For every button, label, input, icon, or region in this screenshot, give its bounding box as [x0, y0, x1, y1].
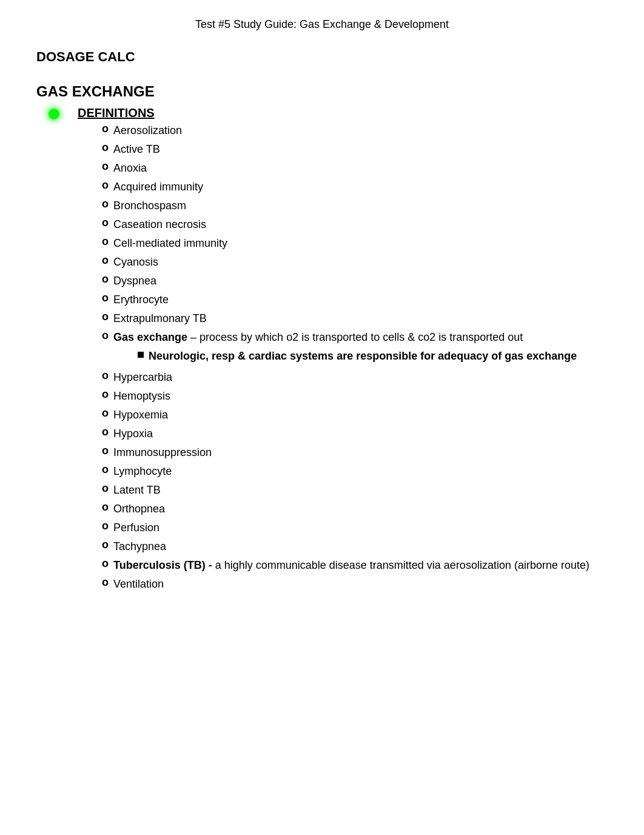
o-bullet-icon: o: [102, 122, 109, 135]
dosage-heading: DOSAGE CALC: [36, 49, 608, 65]
list-item: o Hypercarbia: [78, 369, 589, 386]
item-immunosuppression: Immunosuppression: [113, 444, 212, 461]
page-title: Test #5 Study Guide: Gas Exchange & Deve…: [36, 18, 608, 31]
item-erythrocyte: Erythrocyte: [113, 292, 169, 308]
sub-sub-item: Neurologic, resp & cardiac systems are r…: [138, 348, 577, 364]
gas-exchange-sub-list: Neurologic, resp & cardiac systems are r…: [113, 348, 577, 364]
list-item: o Hypoxia: [78, 426, 589, 442]
dosage-section: DOSAGE CALC: [36, 49, 608, 65]
definitions-container: DEFINITIONS o Aerosolization o Active TB…: [65, 106, 589, 595]
list-item: o Orthopnea: [78, 501, 589, 517]
list-item: o Dyspnea: [78, 273, 589, 289]
o-bullet-icon: o: [102, 369, 109, 382]
o-bullet-icon: o: [102, 198, 109, 210]
list-item: o Hypoxemia: [78, 407, 589, 423]
item-lymphocyte: Lymphocyte: [113, 463, 172, 480]
definitions-item: DEFINITIONS o Aerosolization o Active TB…: [49, 106, 608, 595]
tuberculosis-bold: Tuberculosis (TB) -: [113, 559, 212, 571]
o-bullet-icon: o: [102, 329, 109, 342]
item-anoxia: Anoxia: [113, 160, 147, 176]
o-bullet-icon: o: [102, 444, 109, 457]
item-cyanosis: Cyanosis: [113, 254, 158, 270]
o-bullet-icon: o: [102, 520, 109, 532]
gas-exchange-content: Gas exchange – process by which o2 is tr…: [113, 329, 577, 367]
gas-exchange-section: GAS EXCHANGE DEFINITIONS o Aerosolizatio…: [36, 83, 608, 595]
gas-exchange-bold: Gas exchange: [113, 331, 187, 343]
item-tachypnea: Tachypnea: [113, 538, 166, 555]
main-bullet-list: DEFINITIONS o Aerosolization o Active TB…: [36, 106, 608, 595]
o-bullet-icon: o: [102, 557, 109, 570]
o-bullet-icon: o: [102, 310, 109, 323]
green-bullet-icon: [49, 109, 59, 119]
neurologic-text: Neurologic, resp & cardiac systems are r…: [149, 348, 577, 364]
list-item: o Cyanosis: [78, 254, 589, 270]
o-bullet-icon: o: [102, 179, 109, 192]
o-bullet-icon: o: [102, 482, 109, 495]
definitions-sub-list: o Aerosolization o Active TB o Anoxia o …: [78, 122, 589, 592]
item-active-tb: Active TB: [113, 141, 160, 158]
item-caseation-necrosis: Caseation necrosis: [113, 216, 206, 233]
item-aerosolization: Aerosolization: [113, 122, 182, 139]
o-bullet-icon: o: [102, 216, 109, 229]
gas-exchange-heading: GAS EXCHANGE: [36, 83, 608, 100]
o-bullet-icon: o: [102, 273, 109, 286]
page-header: Test #5 Study Guide: Gas Exchange & Deve…: [36, 18, 608, 31]
o-bullet-icon: o: [102, 576, 109, 589]
gas-exchange-text: Gas exchange – process by which o2 is tr…: [113, 331, 523, 343]
o-bullet-icon: o: [102, 501, 109, 514]
item-hypercarbia: Hypercarbia: [113, 369, 172, 386]
o-bullet-icon: o: [102, 141, 109, 154]
list-item: o Caseation necrosis: [78, 216, 589, 233]
list-item: o Anoxia: [78, 160, 589, 176]
o-bullet-icon: o: [102, 160, 109, 173]
list-item: o Tachypnea: [78, 538, 589, 555]
item-ventilation: Ventilation: [113, 576, 164, 592]
item-hypoxemia: Hypoxemia: [113, 407, 168, 423]
list-item: o Erythrocyte: [78, 292, 589, 308]
list-item: o Lymphocyte: [78, 463, 589, 480]
item-latent-tb: Latent TB: [113, 482, 161, 498]
definitions-label: DEFINITIONS: [78, 106, 155, 119]
list-item: o Acquired immunity: [78, 179, 589, 195]
o-bullet-icon: o: [102, 235, 109, 248]
list-item: o Ventilation: [78, 576, 589, 592]
list-item: o Extrapulmonary TB: [78, 310, 589, 327]
list-item: o Aerosolization: [78, 122, 589, 139]
o-bullet-icon: o: [102, 538, 109, 551]
o-bullet-icon: o: [102, 407, 109, 420]
item-dyspnea: Dyspnea: [113, 273, 156, 289]
item-hemoptysis: Hemoptysis: [113, 388, 170, 404]
o-bullet-icon: o: [102, 463, 109, 476]
o-bullet-icon: o: [102, 254, 109, 267]
item-orthopnea: Orthopnea: [113, 501, 165, 517]
list-item: o Immunosuppression: [78, 444, 589, 461]
tuberculosis-item: o Tuberculosis (TB) - a highly communica…: [78, 557, 589, 574]
item-acquired-immunity: Acquired immunity: [113, 179, 203, 195]
list-item: o Cell-mediated immunity: [78, 235, 589, 252]
item-extrapulmonary-tb: Extrapulmonary TB: [113, 310, 207, 327]
list-item: o Perfusion: [78, 520, 589, 536]
gas-exchange-item: o Gas exchange – process by which o2 is …: [78, 329, 589, 367]
o-bullet-icon: o: [102, 426, 109, 438]
square-bullet-icon: [138, 352, 144, 358]
item-perfusion: Perfusion: [113, 520, 159, 536]
o-bullet-icon: o: [102, 388, 109, 401]
o-bullet-icon: o: [102, 292, 109, 304]
item-tuberculosis: Tuberculosis (TB) - a highly communicabl…: [113, 557, 589, 574]
list-item: o Hemoptysis: [78, 388, 589, 404]
list-item: o Bronchospasm: [78, 198, 589, 214]
item-hypoxia: Hypoxia: [113, 426, 153, 442]
list-item: o Active TB: [78, 141, 589, 158]
item-cell-mediated-immunity: Cell-mediated immunity: [113, 235, 227, 252]
item-bronchospasm: Bronchospasm: [113, 198, 186, 214]
list-item: o Latent TB: [78, 482, 589, 498]
